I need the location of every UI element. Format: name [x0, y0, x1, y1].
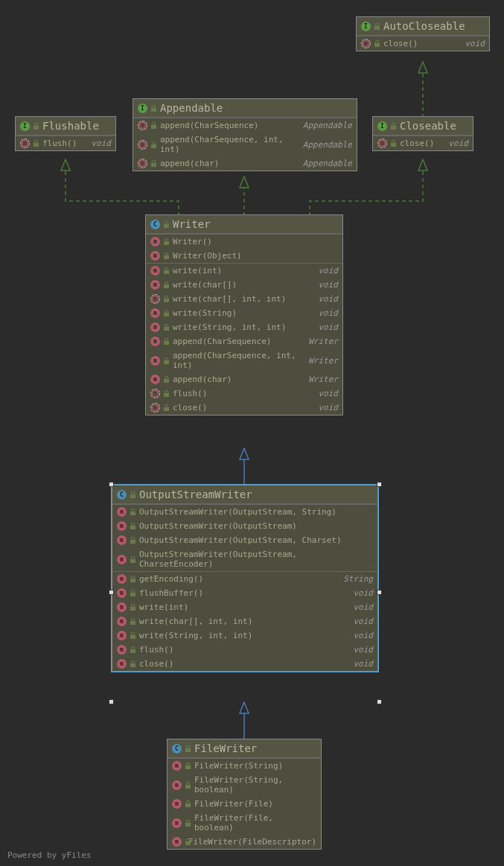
lock-icon [150, 160, 157, 167]
member-row: mclose()void [146, 401, 342, 415]
member-return: void [319, 403, 339, 413]
member-row: mappend(char)Writer [146, 372, 342, 386]
member-row: mWriter() [146, 235, 342, 249]
member-return: void [354, 588, 374, 598]
class-header: C FileWriter [168, 739, 321, 758]
method-icon: m [172, 799, 182, 809]
method-icon: m [117, 535, 127, 545]
member-row: mappend(CharSequence, int, int)Appendabl… [133, 133, 357, 156]
method-icon: m [172, 761, 182, 771]
method-icon: m [150, 294, 160, 304]
lock-icon [150, 122, 157, 129]
class-filewriter[interactable]: C FileWriter mFileWriter(String)mFileWri… [167, 739, 322, 850]
member-row: mclose()void [112, 657, 377, 671]
lock-icon [130, 618, 136, 625]
members-section: mgetEncoding()StringmflushBuffer()voidmw… [112, 571, 377, 671]
member-return: Appendable [303, 140, 352, 150]
selection-handle[interactable] [377, 699, 382, 704]
member-row: mwrite(char[])void [146, 278, 342, 292]
lock-icon [130, 537, 136, 544]
method-icon: m [117, 574, 127, 584]
member-row: mFileWriter(String) [168, 759, 321, 773]
member-return: Appendable [303, 159, 352, 168]
lock-icon [163, 376, 170, 383]
member-signature: append(char) [160, 159, 300, 168]
lock-icon [185, 782, 191, 789]
member-row: mclose()void [357, 36, 489, 51]
selection-handle[interactable] [109, 699, 114, 704]
member-row: mappend(CharSequence, int, int)Writer [146, 348, 342, 372]
lock-icon [185, 838, 185, 845]
method-icon: m [138, 140, 147, 150]
member-return: void [354, 645, 374, 655]
method-icon: m [150, 308, 160, 318]
member-signature: FileWriter(File, boolean) [194, 813, 316, 832]
member-row: mwrite(int)void [146, 264, 342, 278]
lock-icon [130, 556, 136, 563]
member-row: mOutputStreamWriter(OutputStream, Charse… [112, 547, 377, 571]
method-icon: m [117, 645, 127, 655]
method-icon: m [150, 322, 160, 332]
member-signature: OutputStreamWriter(OutputStream) [139, 521, 373, 531]
member-signature: flush() [42, 139, 89, 148]
lock-icon [163, 252, 170, 259]
class-appendable[interactable]: I Appendable mappend(CharSequence)Append… [133, 98, 357, 171]
lock-icon [185, 745, 191, 752]
class-header: C OutputStreamWriter [112, 485, 377, 504]
member-return: void [319, 308, 339, 318]
member-signature: flush() [173, 389, 316, 398]
class-title: FileWriter [194, 742, 257, 754]
interface-icon: I [377, 121, 387, 131]
interface-icon: I [20, 121, 30, 131]
member-row: mOutputStreamWriter(OutputStream) [112, 519, 377, 533]
members-section: mflush()void [16, 136, 115, 150]
lock-icon [163, 404, 170, 411]
member-return: void [354, 602, 374, 612]
member-row: mwrite(char[], int, int)void [146, 292, 342, 306]
selection-handle[interactable] [377, 482, 382, 487]
class-autocloseable[interactable]: I AutoCloseable mclose()void [356, 16, 490, 51]
member-signature: write(int) [173, 266, 316, 276]
method-icon: m [138, 159, 147, 168]
method-icon: m [117, 507, 127, 517]
selection-handle[interactable] [109, 590, 114, 595]
member-row: mFileWriter(FileDescriptor) [168, 835, 321, 849]
members-section: mclose()void [373, 136, 473, 150]
selection-handle[interactable] [109, 482, 114, 487]
method-icon: m [117, 617, 127, 626]
member-signature: write(char[]) [173, 280, 316, 290]
method-icon: m [138, 121, 147, 130]
member-row: mflush()void [112, 643, 377, 657]
ctors-section: mFileWriter(String)mFileWriter(String, b… [168, 758, 321, 849]
method-icon: m [150, 237, 160, 246]
class-writer[interactable]: C Writer mWriter()mWriter(Object) mwrite… [145, 214, 343, 416]
member-signature: FileWriter(File) [194, 799, 316, 809]
lock-icon [150, 141, 157, 148]
class-flushable[interactable]: I Flushable mflush()void [15, 116, 116, 151]
lock-icon [33, 123, 39, 130]
class-title: OutputStreamWriter [139, 488, 252, 500]
lock-icon [390, 140, 397, 147]
member-signature: close() [400, 139, 446, 148]
class-title: AutoCloseable [383, 20, 465, 32]
class-header: I Appendable [133, 99, 357, 118]
member-signature: Writer(Object) [173, 251, 338, 261]
lock-icon [150, 105, 157, 112]
lock-icon [163, 281, 170, 288]
member-return: void [354, 631, 374, 640]
lock-icon [374, 23, 380, 30]
selection-handle[interactable] [377, 590, 382, 595]
member-signature: getEncoding() [139, 574, 340, 584]
member-signature: write(char[], int, int) [139, 617, 351, 626]
lock-icon [130, 660, 136, 667]
lock-icon [163, 310, 170, 316]
class-outputstreamwriter[interactable]: C OutputStreamWriter mOutputStreamWriter… [112, 485, 378, 672]
members-section: mclose()void [357, 36, 489, 51]
member-return: void [319, 280, 339, 290]
lock-icon [130, 523, 136, 529]
interface-icon: I [138, 104, 147, 113]
method-icon: m [117, 631, 127, 640]
class-title: Writer [173, 218, 211, 230]
lock-icon [130, 646, 136, 653]
class-closeable[interactable]: I Closeable mclose()void [372, 116, 473, 151]
